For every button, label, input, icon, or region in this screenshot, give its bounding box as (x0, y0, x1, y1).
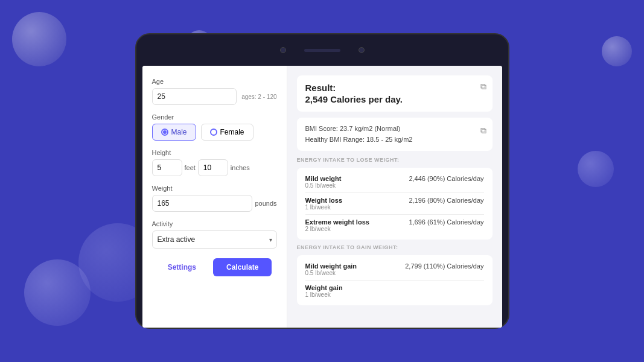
activity-select[interactable]: Sedentary Lightly active Moderately acti… (152, 230, 277, 249)
gender-male-option[interactable]: Male (152, 124, 196, 141)
gender-group: Gender Male Female (152, 113, 277, 141)
weight-group: Weight pounds (152, 185, 277, 212)
activity-group: Activity Sedentary Lightly active Modera… (152, 220, 277, 249)
inches-unit: inches (231, 164, 250, 171)
gain-section-label: ENERGY INTAKE TO GAIN WEIGHT: (297, 244, 493, 250)
form-panel: Age ages: 2 - 120 Gender Male Female (142, 66, 287, 328)
age-hint: ages: 2 - 120 (241, 94, 276, 100)
lose-item-0: Mild weight 0.5 lb/week 2,446 (90%) Calo… (305, 175, 484, 189)
activity-label: Activity (152, 220, 277, 227)
lose-item-0-name: Mild weight (305, 175, 342, 182)
lose-item-1-name: Weight loss (305, 197, 343, 204)
tablet-screen: Age ages: 2 - 120 Gender Male Female (142, 66, 502, 328)
copy-result-button[interactable]: ⧉ (480, 81, 486, 92)
settings-button[interactable]: Settings (157, 258, 207, 276)
bmi-card: BMI Score: 23.7 kg/m2 (Normal) Healthy B… (297, 118, 493, 151)
gender-label: Gender (152, 113, 277, 121)
result-title: Result: (305, 83, 484, 93)
result-panel: Result: 2,549 Calories per day. ⧉ BMI Sc… (287, 66, 502, 328)
weight-row: pounds (152, 195, 277, 212)
age-label: Age (152, 78, 277, 85)
divider-2 (305, 214, 484, 215)
lose-item-2-name: Extreme weight loss (305, 218, 369, 226)
bmi-score: BMI Score: 23.7 kg/m2 (Normal) (305, 124, 484, 135)
divider (305, 192, 484, 193)
gender-row: Male Female (152, 124, 277, 141)
gain-weight-card: Mild weight gain 0.5 lb/week 2,799 (110%… (297, 255, 493, 305)
decorative-bubble-1 (12, 12, 66, 66)
height-feet-input[interactable] (152, 159, 182, 176)
gender-female-option[interactable]: Female (201, 124, 253, 141)
lose-item-0-value: 2,446 (90%) Calories/day (409, 175, 483, 182)
gender-male-label: Male (171, 128, 187, 136)
radio-dot-female (210, 129, 217, 136)
lose-item-1-value: 2,196 (80%) Calories/day (409, 197, 483, 204)
calculate-button[interactable]: Calculate (213, 258, 272, 276)
button-row: Settings Calculate (152, 258, 277, 276)
lose-item-0-sub: 0.5 lb/week (305, 182, 342, 189)
gain-item-1: Weight gain 1 lb/week (305, 284, 484, 298)
age-group: Age ages: 2 - 120 (152, 78, 277, 105)
lose-weight-card: Mild weight 0.5 lb/week 2,446 (90%) Calo… (297, 168, 493, 240)
height-label: Height (152, 149, 277, 156)
radio-dot-male (161, 129, 168, 136)
height-group: Height feet inches (152, 149, 277, 176)
speaker-bar (304, 49, 340, 52)
tablet-frame: Age ages: 2 - 120 Gender Male Female (135, 33, 509, 329)
gain-item-1-sub: 1 lb/week (305, 291, 343, 298)
height-inches-input[interactable] (198, 159, 228, 176)
lose-item-1-sub: 1 lb/week (305, 204, 343, 211)
weight-label: Weight (152, 185, 277, 192)
divider-3 (305, 280, 484, 281)
lose-item-1: Weight loss 1 lb/week 2,196 (80%) Calori… (305, 197, 484, 211)
gain-item-0-name: Mild weight gain (305, 262, 357, 270)
gain-item-0: Mild weight gain 0.5 lb/week 2,799 (110%… (305, 262, 484, 276)
gender-female-label: Female (220, 128, 244, 136)
age-input[interactable] (152, 88, 237, 105)
lose-item-2-value: 1,696 (61%) Calories/day (409, 218, 483, 226)
feet-unit: feet (185, 164, 196, 171)
result-calories: 2,549 Calories per day. (305, 94, 484, 104)
gain-item-1-name: Weight gain (305, 284, 343, 291)
bmi-range: Healthy BMI Range: 18.5 - 25 kg/m2 (305, 135, 484, 145)
lose-item-2-sub: 2 lb/week (305, 226, 369, 232)
pounds-unit: pounds (255, 200, 276, 207)
gain-item-0-value: 2,799 (110%) Calories/day (405, 262, 483, 270)
tablet-top-bar (136, 34, 508, 66)
result-header-card: Result: 2,549 Calories per day. ⧉ (297, 75, 493, 112)
age-row: ages: 2 - 120 (152, 88, 277, 105)
lose-item-2: Extreme weight loss 2 lb/week 1,696 (61%… (305, 218, 484, 232)
lose-section-label: ENERGY INTAKE TO LOSE WEIGHT: (297, 157, 493, 163)
height-row: feet inches (152, 159, 277, 176)
decorative-bubble-3 (602, 36, 632, 66)
activity-select-wrapper: Sedentary Lightly active Moderately acti… (152, 230, 277, 249)
copy-bmi-button[interactable]: ⧉ (480, 124, 486, 137)
camera-icon (280, 47, 286, 53)
weight-input[interactable] (152, 195, 253, 212)
decorative-bubble-6 (578, 151, 614, 187)
gain-item-0-sub: 0.5 lb/week (305, 270, 357, 276)
camera-icon-2 (359, 47, 365, 53)
